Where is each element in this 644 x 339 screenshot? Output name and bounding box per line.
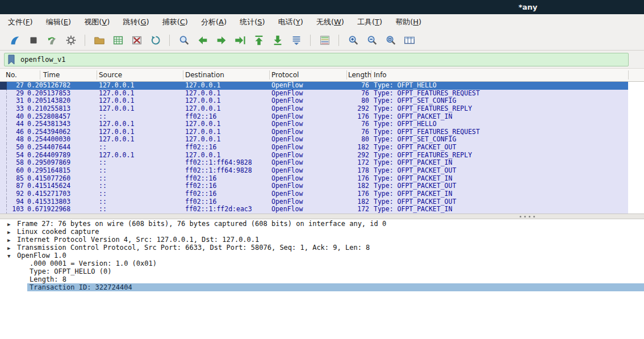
related-packet-gutter bbox=[0, 82, 7, 90]
packet-row[interactable]: 87 0.415145624 :: ff02::16 OpenFlow 182 … bbox=[0, 182, 628, 190]
menu-item[interactable]: 视图(V) bbox=[79, 14, 115, 30]
menu-item[interactable]: 统计(S) bbox=[235, 14, 270, 30]
packet-cell-destination: 127.0.0.1 bbox=[184, 90, 270, 98]
related-packet-gutter bbox=[0, 167, 7, 175]
open-file-button[interactable] bbox=[91, 32, 107, 48]
packet-list[interactable]: 27 0.205126782 127.0.0.1 127.0.0.1 OpenF… bbox=[0, 82, 644, 214]
column-separator[interactable] bbox=[183, 70, 183, 79]
detail-row[interactable]: ▶Linux cooked capture bbox=[0, 228, 644, 236]
column-header-destination[interactable]: Destination bbox=[185, 69, 224, 81]
detail-row[interactable]: .000 0001 = Version: 1.0 (0x01) bbox=[0, 260, 644, 267]
go-forward-button[interactable] bbox=[214, 32, 229, 48]
find-packet-button[interactable] bbox=[176, 32, 191, 48]
expand-arrow-icon[interactable]: ▼ bbox=[7, 252, 17, 260]
packet-row[interactable]: 103 0.671922968 :: ff02::1:ff2d:eac3 Ope… bbox=[0, 206, 628, 214]
packet-cell-info: Type: OFPT_PACKET_IN bbox=[370, 175, 628, 183]
filter-bookmark-button[interactable] bbox=[5, 53, 18, 66]
close-file-button[interactable] bbox=[129, 32, 144, 48]
menu-item[interactable]: 跳转(G) bbox=[118, 14, 154, 30]
menu-item-label: 文件( bbox=[8, 18, 26, 26]
column-separator[interactable] bbox=[628, 70, 629, 79]
menu-item[interactable]: 编辑(E) bbox=[41, 14, 76, 30]
menu-item[interactable]: 无线(W) bbox=[311, 14, 349, 30]
main-toolbar bbox=[0, 30, 644, 51]
menu-item[interactable]: 分析(A) bbox=[196, 14, 232, 30]
packet-cell-time: 0.415077260 bbox=[26, 175, 98, 183]
save-grid-icon bbox=[112, 34, 124, 47]
menu-item-label: 统计( bbox=[240, 18, 257, 26]
packet-row[interactable]: 33 0.210255813 127.0.0.1 127.0.0.1 OpenF… bbox=[0, 105, 628, 113]
packet-row[interactable]: 60 0.295164815 :: ff02::1:ff64:9828 Open… bbox=[0, 167, 628, 175]
display-filter-input[interactable] bbox=[18, 53, 628, 66]
detail-row[interactable]: ▶Internet Protocol Version 4, Src: 127.0… bbox=[0, 236, 644, 244]
packet-row[interactable]: 29 0.205137853 127.0.0.1 127.0.0.1 OpenF… bbox=[0, 90, 628, 98]
column-header-time[interactable]: Time bbox=[43, 69, 60, 81]
column-header-protocol[interactable]: Protocol bbox=[271, 69, 299, 81]
column-separator[interactable] bbox=[97, 70, 97, 79]
expand-arrow-icon[interactable]: ▶ bbox=[7, 244, 17, 252]
detail-row[interactable]: ▶Frame 27: 76 bytes on wire (608 bits), … bbox=[0, 220, 644, 228]
detail-row[interactable]: Transaction ID: 322724404 bbox=[27, 283, 644, 291]
expand-arrow-icon[interactable]: ▶ bbox=[7, 236, 17, 244]
go-back-button[interactable] bbox=[195, 32, 210, 48]
auto-scroll-button[interactable] bbox=[288, 32, 304, 48]
expand-arrow-icon[interactable]: ▶ bbox=[7, 220, 17, 228]
column-separator[interactable] bbox=[269, 70, 270, 79]
packet-cell-source: :: bbox=[98, 190, 184, 198]
packet-row[interactable]: 92 0.415271703 :: ff02::16 OpenFlow 176 … bbox=[0, 190, 628, 198]
menu-item-mnemonic: G bbox=[140, 18, 146, 26]
go-to-first-packet-button[interactable] bbox=[251, 32, 266, 48]
column-separator[interactable] bbox=[346, 70, 347, 79]
menu-item-label: ) bbox=[379, 18, 382, 26]
reload-file-button[interactable] bbox=[148, 32, 163, 48]
menu-item[interactable]: 帮助(H) bbox=[390, 14, 426, 30]
capture-options-button[interactable] bbox=[63, 32, 78, 48]
packet-row[interactable]: 85 0.415077260 :: ff02::16 OpenFlow 176 … bbox=[0, 175, 628, 183]
column-header-length[interactable]: Length bbox=[348, 69, 371, 81]
zoom-in-button[interactable] bbox=[345, 32, 361, 48]
stop-capture-button[interactable] bbox=[26, 32, 41, 48]
expand-arrow-icon[interactable]: ▶ bbox=[7, 228, 17, 236]
packet-row[interactable]: 40 0.252808457 :: ff02::16 OpenFlow 176 … bbox=[0, 113, 628, 121]
restart-capture-button[interactable] bbox=[44, 32, 60, 48]
packet-cell-protocol: OpenFlow bbox=[270, 105, 348, 113]
packet-row[interactable]: 44 0.254381343 127.0.0.1 127.0.0.1 OpenF… bbox=[0, 120, 628, 128]
packet-row[interactable]: 58 0.295097869 :: ff02::1:ff64:9828 Open… bbox=[0, 159, 628, 167]
gear-icon bbox=[65, 34, 77, 47]
packet-row[interactable]: 48 0.254400030 127.0.0.1 127.0.0.1 OpenF… bbox=[0, 136, 628, 144]
save-file-button[interactable] bbox=[110, 32, 126, 48]
packet-cell-destination: 127.0.0.1 bbox=[184, 128, 270, 136]
menu-item-mnemonic: W bbox=[334, 18, 341, 26]
resize-columns-button[interactable] bbox=[402, 32, 417, 48]
pane-splitter[interactable] bbox=[0, 214, 644, 219]
menu-item[interactable]: 捕获(C) bbox=[157, 14, 193, 30]
packet-cell-protocol: OpenFlow bbox=[270, 206, 348, 214]
column-separator[interactable] bbox=[371, 70, 371, 79]
menu-item[interactable]: 工具(T) bbox=[352, 14, 387, 30]
reload-icon bbox=[149, 34, 162, 47]
detail-row[interactable]: ▼OpenFlow 1.0 bbox=[0, 252, 644, 260]
menu-item[interactable]: 电话(Y) bbox=[273, 14, 308, 30]
column-header-source[interactable]: Source bbox=[99, 69, 122, 81]
packet-row[interactable]: 50 0.254407644 :: ff02::16 OpenFlow 182 … bbox=[0, 144, 628, 152]
packet-row[interactable]: 54 0.264409789 127.0.0.1 127.0.0.1 OpenF… bbox=[0, 152, 628, 160]
detail-row[interactable]: Length: 8 bbox=[0, 275, 644, 283]
go-to-packet-button[interactable] bbox=[232, 32, 248, 48]
column-separator[interactable] bbox=[40, 70, 40, 79]
packet-row[interactable]: 31 0.205143820 127.0.0.1 127.0.0.1 OpenF… bbox=[0, 97, 628, 105]
column-header-info[interactable]: Info bbox=[374, 69, 387, 81]
detail-row[interactable]: Type: OFPT_HELLO (0) bbox=[0, 267, 644, 275]
packet-row[interactable]: 46 0.254394062 127.0.0.1 127.0.0.1 OpenF… bbox=[0, 128, 628, 136]
column-header-no[interactable]: No. bbox=[6, 69, 17, 81]
packet-cell-no: 103 bbox=[7, 206, 26, 214]
go-to-last-packet-button[interactable] bbox=[270, 32, 285, 48]
menu-item[interactable]: 文件(F) bbox=[3, 14, 38, 30]
start-capture-button[interactable] bbox=[7, 32, 22, 48]
packet-row[interactable]: 94 0.415313803 :: ff02::16 OpenFlow 182 … bbox=[0, 198, 628, 206]
zoom-out-button[interactable] bbox=[364, 32, 379, 48]
detail-row[interactable]: ▶Transmission Control Protocol, Src Port… bbox=[0, 244, 644, 252]
colorize-packets-button[interactable] bbox=[317, 32, 332, 48]
related-packet-gutter bbox=[0, 105, 7, 113]
zoom-100-button[interactable] bbox=[383, 32, 398, 48]
packet-row[interactable]: 27 0.205126782 127.0.0.1 127.0.0.1 OpenF… bbox=[0, 82, 628, 90]
